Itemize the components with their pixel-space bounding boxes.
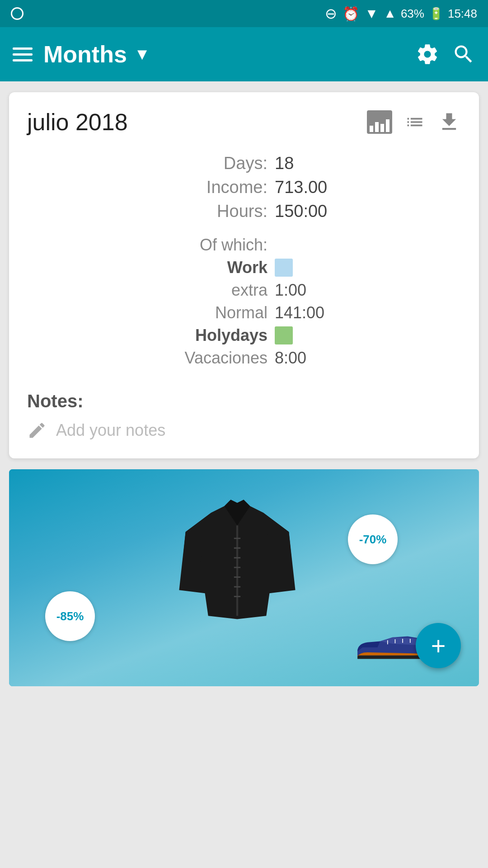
notes-label: Notes: bbox=[27, 391, 461, 411]
status-bar: ⊖ ⏰ ▼ ▲ 63% 🔋 15:48 bbox=[0, 0, 488, 27]
notes-placeholder-text: Add your notes bbox=[56, 421, 165, 440]
pencil-icon bbox=[27, 420, 47, 440]
normal-label: Normal bbox=[123, 303, 267, 322]
extra-value: 1:00 bbox=[275, 281, 365, 300]
work-color-swatch bbox=[275, 259, 293, 277]
clock-time: 15:48 bbox=[448, 7, 477, 21]
battery-level: 63% bbox=[401, 7, 424, 21]
app-bar-actions bbox=[416, 42, 475, 66]
income-label: Income: bbox=[123, 178, 267, 197]
days-value: 18 bbox=[275, 154, 365, 173]
content-area: julio 2018 bbox=[0, 81, 488, 697]
signal-icon: ▲ bbox=[384, 6, 396, 21]
signal-circle-icon bbox=[11, 7, 23, 20]
vacaciones-row: Vacaciones 8:00 bbox=[27, 349, 461, 368]
discount-85-text: -85% bbox=[56, 609, 84, 623]
dnd-icon: ⊖ bbox=[325, 5, 337, 22]
alarm-icon: ⏰ bbox=[343, 6, 359, 22]
vacaciones-label: Vacaciones bbox=[123, 349, 267, 368]
discount-70-text: -70% bbox=[359, 533, 387, 547]
battery-icon: 🔋 bbox=[429, 7, 443, 21]
fab-plus-icon: + bbox=[431, 631, 446, 660]
work-row: Work bbox=[27, 258, 461, 277]
extra-label: extra bbox=[123, 281, 267, 300]
card-header-icons bbox=[367, 110, 461, 134]
days-row: Days: 18 bbox=[27, 154, 461, 173]
notes-section: Notes: Add your notes bbox=[27, 384, 461, 440]
download-icon[interactable] bbox=[437, 110, 461, 134]
vacaciones-value: 8:00 bbox=[275, 349, 365, 368]
hours-label: Hours: bbox=[123, 202, 267, 221]
days-label: Days: bbox=[123, 154, 267, 173]
stats-section: Days: 18 Income: 713.00 Hours: 150:00 bbox=[27, 154, 461, 221]
discount-badge-70: -70% bbox=[348, 514, 398, 564]
normal-row: Normal 141:00 bbox=[27, 303, 461, 322]
work-label: Work bbox=[123, 258, 267, 277]
holydays-label: Holydays bbox=[123, 326, 267, 345]
status-bar-right: ⊖ ⏰ ▼ ▲ 63% 🔋 15:48 bbox=[325, 5, 477, 22]
hours-row: Hours: 150:00 bbox=[27, 202, 461, 221]
bar-chart-icon[interactable] bbox=[367, 110, 392, 134]
holydays-color-swatch bbox=[275, 326, 293, 344]
holydays-row: Holydays bbox=[27, 326, 461, 345]
app-bar: Months ▼ bbox=[0, 27, 488, 81]
list-icon[interactable] bbox=[403, 112, 427, 132]
notes-input-area[interactable]: Add your notes bbox=[27, 420, 461, 440]
card-header: julio 2018 bbox=[27, 108, 461, 136]
fab-add-button[interactable]: + bbox=[416, 623, 461, 668]
income-value: 713.00 bbox=[275, 178, 365, 197]
app-bar-title: Months bbox=[43, 41, 127, 68]
normal-value: 141:00 bbox=[275, 303, 365, 322]
dropdown-arrow-icon: ▼ bbox=[134, 45, 150, 64]
jacket-image bbox=[169, 474, 305, 655]
discount-badge-85: -85% bbox=[45, 591, 95, 641]
extra-row: extra 1:00 bbox=[27, 281, 461, 300]
search-icon[interactable] bbox=[452, 42, 475, 66]
of-which-row: Of which: bbox=[27, 236, 461, 255]
income-row: Income: 713.00 bbox=[27, 178, 461, 197]
of-which-label: Of which: bbox=[123, 236, 267, 255]
menu-button[interactable] bbox=[13, 47, 33, 61]
hours-value: 150:00 bbox=[275, 202, 365, 221]
of-which-section: Of which: Work extra 1:00 Normal 141:00 … bbox=[27, 236, 461, 368]
month-summary-card: julio 2018 bbox=[9, 92, 479, 458]
holydays-swatch bbox=[275, 326, 365, 344]
month-year-title: julio 2018 bbox=[27, 108, 128, 136]
status-bar-left bbox=[11, 7, 23, 20]
status-icons: ⊖ ⏰ ▼ ▲ bbox=[325, 5, 396, 22]
settings-icon[interactable] bbox=[416, 42, 439, 66]
ad-banner: -85% -70% + bbox=[9, 469, 479, 686]
wifi-icon: ▼ bbox=[365, 6, 378, 21]
title-dropdown[interactable]: Months ▼ bbox=[43, 41, 405, 68]
work-swatch bbox=[275, 259, 365, 277]
